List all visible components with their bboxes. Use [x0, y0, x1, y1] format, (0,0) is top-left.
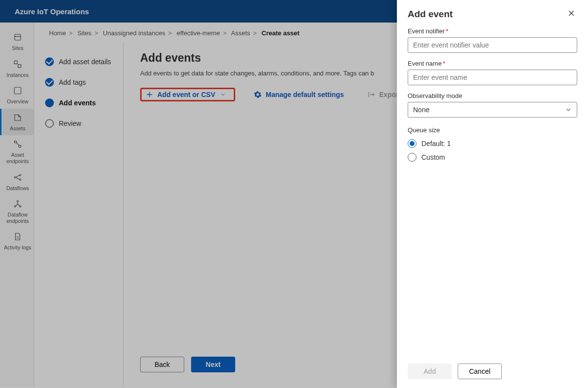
- nav-activity-logs[interactable]: Activity logs: [0, 228, 34, 255]
- nav-sites[interactable]: Sites: [0, 28, 34, 55]
- dataflow-endpoints-icon: [13, 199, 23, 209]
- event-notifier-field: Event notifier*: [408, 27, 577, 53]
- instances-icon: [13, 59, 23, 69]
- nav-label: Overview: [7, 98, 28, 105]
- nav-label: Assets: [10, 125, 25, 132]
- nav-assets[interactable]: Assets: [0, 109, 34, 136]
- event-name-input[interactable]: [408, 70, 577, 85]
- svg-point-6: [14, 176, 16, 178]
- step-review[interactable]: Review: [45, 113, 120, 134]
- observability-field: Observability mode None: [408, 92, 577, 118]
- panel-add-button: Add: [408, 364, 452, 379]
- event-notifier-input[interactable]: [408, 37, 577, 53]
- chevron-down-icon: [219, 91, 227, 98]
- nav-label: Sites: [12, 45, 23, 51]
- manage-default-settings-button[interactable]: Manage default settings: [249, 88, 348, 101]
- asset-endpoints-icon: [13, 139, 23, 149]
- crumb-instance[interactable]: effective-meme: [176, 29, 220, 37]
- wizard-steps: Add asset details Add tags Add events Re…: [40, 42, 123, 387]
- chevron-down-icon: [565, 106, 572, 113]
- add-event-or-csv-button[interactable]: Add event or CSV: [140, 88, 235, 101]
- panel-title: Add event: [408, 9, 453, 20]
- nav-label: Asset endpoints: [2, 152, 33, 164]
- queue-default-radio[interactable]: Default: 1: [408, 137, 577, 150]
- overview-icon: [13, 86, 23, 96]
- queue-size-label: Queue size: [408, 126, 577, 134]
- back-button[interactable]: Back: [140, 357, 184, 372]
- svg-rect-2: [18, 64, 21, 67]
- step-asset-details[interactable]: Add asset details: [45, 51, 120, 72]
- crumb-unassigned[interactable]: Unassigned instances: [103, 29, 165, 37]
- crumb-current: Create asset: [262, 29, 299, 37]
- map-icon: [13, 32, 23, 42]
- svg-rect-0: [15, 34, 21, 40]
- crumb-assets[interactable]: Assets: [231, 29, 250, 37]
- svg-point-9: [17, 200, 19, 202]
- panel-cancel-button[interactable]: Cancel: [458, 364, 502, 379]
- svg-rect-3: [14, 87, 21, 94]
- nav-label: Activity logs: [4, 244, 31, 251]
- nav-label: Dataflow endpoints: [2, 212, 33, 224]
- nav-dataflow-endpoints[interactable]: Dataflow endpoints: [0, 195, 34, 228]
- nav-dataflows[interactable]: Dataflows: [0, 169, 34, 195]
- svg-rect-1: [14, 61, 17, 64]
- svg-point-7: [20, 174, 21, 176]
- assets-icon: [13, 113, 23, 122]
- nav-label: Dataflows: [6, 185, 29, 192]
- dataflows-icon: [13, 172, 23, 182]
- radio-icon: [408, 139, 416, 148]
- observability-select[interactable]: None: [408, 102, 577, 118]
- nav-overview[interactable]: Overview: [0, 82, 34, 109]
- add-event-panel: Add event Event notifier* Event name* Ob…: [397, 0, 588, 388]
- next-button[interactable]: Next: [191, 357, 235, 372]
- crumb-sites[interactable]: Sites: [77, 29, 92, 37]
- radio-icon: [408, 153, 416, 162]
- export-icon: [368, 91, 375, 98]
- app-title: Azure IoT Operations: [15, 7, 89, 16]
- event-name-field: Event name*: [408, 60, 577, 85]
- svg-point-8: [20, 179, 21, 180]
- crumb-home[interactable]: Home: [49, 29, 66, 37]
- queue-custom-radio[interactable]: Custom: [408, 150, 577, 164]
- nav-asset-endpoints[interactable]: Asset endpoints: [0, 135, 34, 168]
- nav-instances[interactable]: Instances: [0, 55, 34, 82]
- gear-icon: [254, 91, 262, 98]
- close-panel-button[interactable]: [567, 9, 577, 19]
- step-add-tags[interactable]: Add tags: [45, 72, 120, 93]
- nav-label: Instances: [7, 72, 29, 78]
- left-nav: Sites Instances Overview Assets Asset en…: [0, 23, 34, 387]
- close-icon: [567, 9, 575, 17]
- logs-icon: [13, 232, 23, 242]
- plus-icon: [146, 91, 153, 98]
- step-add-events[interactable]: Add events: [45, 93, 120, 113]
